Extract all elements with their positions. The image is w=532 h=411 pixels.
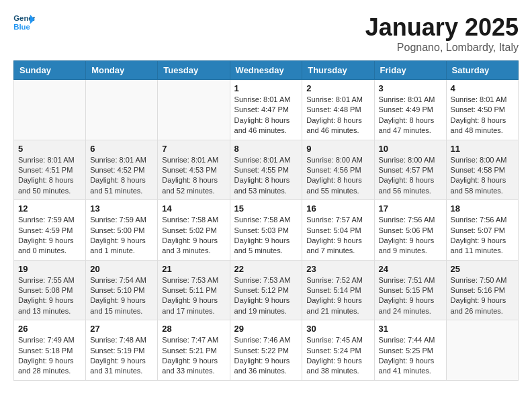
logo: General Blue — [13, 13, 35, 32]
calendar-week-row: 1Sunrise: 8:01 AM Sunset: 4:47 PM Daylig… — [14, 80, 519, 140]
day-info: Sunrise: 8:01 AM Sunset: 4:50 PM Dayligh… — [451, 95, 514, 136]
month-title: January 2025 — [365, 13, 519, 42]
calendar-cell — [86, 80, 158, 140]
day-info: Sunrise: 7:59 AM Sunset: 5:00 PM Dayligh… — [90, 215, 153, 257]
day-info: Sunrise: 7:52 AM Sunset: 5:14 PM Dayligh… — [306, 275, 369, 317]
day-info: Sunrise: 7:47 AM Sunset: 5:21 PM Dayligh… — [162, 335, 225, 377]
calendar-cell: 21Sunrise: 7:53 AM Sunset: 5:11 PM Dayli… — [158, 260, 230, 320]
calendar-cell — [158, 80, 230, 140]
day-number: 22 — [234, 264, 298, 274]
weekday-header-sunday: Sunday — [14, 61, 86, 80]
day-info: Sunrise: 8:01 AM Sunset: 4:49 PM Dayligh… — [379, 95, 442, 136]
day-info: Sunrise: 7:44 AM Sunset: 5:25 PM Dayligh… — [379, 335, 442, 377]
day-info: Sunrise: 8:00 AM Sunset: 4:57 PM Dayligh… — [379, 155, 442, 197]
calendar-cell: 9Sunrise: 8:00 AM Sunset: 4:56 PM Daylig… — [302, 140, 374, 200]
day-number: 27 — [90, 324, 153, 334]
calendar-cell: 13Sunrise: 7:59 AM Sunset: 5:00 PM Dayli… — [86, 200, 158, 261]
day-number: 3 — [379, 83, 442, 93]
day-number: 10 — [379, 144, 442, 154]
calendar-cell: 30Sunrise: 7:45 AM Sunset: 5:24 PM Dayli… — [302, 320, 374, 381]
day-number: 21 — [162, 264, 225, 274]
calendar-cell: 4Sunrise: 8:01 AM Sunset: 4:50 PM Daylig… — [446, 80, 518, 140]
calendar-cell: 2Sunrise: 8:01 AM Sunset: 4:48 PM Daylig… — [302, 80, 374, 140]
calendar-cell — [14, 80, 86, 140]
day-number: 13 — [90, 203, 153, 214]
page-header: General Blue January 2025 Pognano, Lomba… — [13, 13, 519, 54]
day-number: 16 — [306, 203, 369, 214]
day-info: Sunrise: 8:01 AM Sunset: 4:53 PM Dayligh… — [162, 155, 225, 197]
weekday-header-row: SundayMondayTuesdayWednesdayThursdayFrid… — [14, 61, 519, 80]
calendar-cell: 6Sunrise: 8:01 AM Sunset: 4:52 PM Daylig… — [86, 140, 158, 200]
calendar-cell: 3Sunrise: 8:01 AM Sunset: 4:49 PM Daylig… — [374, 80, 446, 140]
day-info: Sunrise: 7:53 AM Sunset: 5:12 PM Dayligh… — [234, 275, 298, 317]
calendar-cell: 28Sunrise: 7:47 AM Sunset: 5:21 PM Dayli… — [158, 320, 230, 381]
day-number: 8 — [234, 144, 298, 154]
day-info: Sunrise: 7:53 AM Sunset: 5:11 PM Dayligh… — [162, 275, 225, 317]
day-number: 19 — [18, 264, 81, 274]
day-number: 14 — [162, 203, 225, 214]
calendar-cell: 19Sunrise: 7:55 AM Sunset: 5:08 PM Dayli… — [14, 260, 86, 320]
calendar-cell: 10Sunrise: 8:00 AM Sunset: 4:57 PM Dayli… — [374, 140, 446, 200]
day-number: 6 — [90, 144, 153, 154]
day-number: 11 — [451, 144, 514, 154]
calendar-cell: 23Sunrise: 7:52 AM Sunset: 5:14 PM Dayli… — [302, 260, 374, 320]
day-info: Sunrise: 7:57 AM Sunset: 5:04 PM Dayligh… — [306, 215, 369, 257]
day-info: Sunrise: 7:46 AM Sunset: 5:22 PM Dayligh… — [234, 335, 298, 377]
day-number: 5 — [18, 144, 81, 154]
calendar-week-row: 12Sunrise: 7:59 AM Sunset: 4:59 PM Dayli… — [14, 200, 519, 261]
day-number: 29 — [234, 324, 298, 334]
day-info: Sunrise: 7:54 AM Sunset: 5:10 PM Dayligh… — [90, 275, 153, 317]
day-number: 30 — [306, 324, 369, 334]
calendar-cell: 7Sunrise: 8:01 AM Sunset: 4:53 PM Daylig… — [158, 140, 230, 200]
calendar-cell: 12Sunrise: 7:59 AM Sunset: 4:59 PM Dayli… — [14, 200, 86, 261]
calendar-cell — [446, 320, 518, 381]
calendar-cell: 29Sunrise: 7:46 AM Sunset: 5:22 PM Dayli… — [230, 320, 302, 381]
calendar-week-row: 5Sunrise: 8:01 AM Sunset: 4:51 PM Daylig… — [14, 140, 519, 200]
calendar-cell: 27Sunrise: 7:48 AM Sunset: 5:19 PM Dayli… — [86, 320, 158, 381]
calendar-week-row: 26Sunrise: 7:49 AM Sunset: 5:18 PM Dayli… — [14, 320, 519, 381]
calendar-cell: 16Sunrise: 7:57 AM Sunset: 5:04 PM Dayli… — [302, 200, 374, 261]
day-number: 1 — [234, 83, 298, 93]
day-info: Sunrise: 7:55 AM Sunset: 5:08 PM Dayligh… — [18, 275, 81, 317]
day-number: 12 — [18, 203, 81, 214]
calendar-cell: 22Sunrise: 7:53 AM Sunset: 5:12 PM Dayli… — [230, 260, 302, 320]
day-info: Sunrise: 7:59 AM Sunset: 4:59 PM Dayligh… — [18, 215, 81, 257]
location-title: Pognano, Lombardy, Italy — [365, 42, 519, 54]
day-number: 7 — [162, 144, 225, 154]
day-number: 2 — [306, 83, 369, 93]
day-info: Sunrise: 7:51 AM Sunset: 5:15 PM Dayligh… — [379, 275, 442, 317]
weekday-header-friday: Friday — [374, 61, 446, 80]
day-info: Sunrise: 7:48 AM Sunset: 5:19 PM Dayligh… — [90, 335, 153, 377]
svg-text:Blue: Blue — [13, 23, 30, 31]
day-number: 28 — [162, 324, 225, 334]
day-info: Sunrise: 7:45 AM Sunset: 5:24 PM Dayligh… — [306, 335, 369, 377]
day-info: Sunrise: 7:58 AM Sunset: 5:03 PM Dayligh… — [234, 215, 298, 257]
day-number: 20 — [90, 264, 153, 274]
logo-icon: General Blue — [13, 13, 35, 32]
calendar-cell: 11Sunrise: 8:00 AM Sunset: 4:58 PM Dayli… — [446, 140, 518, 200]
calendar-cell: 5Sunrise: 8:01 AM Sunset: 4:51 PM Daylig… — [14, 140, 86, 200]
day-number: 18 — [451, 203, 514, 214]
calendar-cell: 26Sunrise: 7:49 AM Sunset: 5:18 PM Dayli… — [14, 320, 86, 381]
day-info: Sunrise: 8:01 AM Sunset: 4:52 PM Dayligh… — [90, 155, 153, 197]
calendar-cell: 24Sunrise: 7:51 AM Sunset: 5:15 PM Dayli… — [374, 260, 446, 320]
calendar-cell: 17Sunrise: 7:56 AM Sunset: 5:06 PM Dayli… — [374, 200, 446, 261]
title-area: January 2025 Pognano, Lombardy, Italy — [365, 13, 519, 54]
calendar-table: SundayMondayTuesdayWednesdayThursdayFrid… — [13, 60, 519, 381]
day-number: 17 — [379, 203, 442, 214]
day-info: Sunrise: 7:49 AM Sunset: 5:18 PM Dayligh… — [18, 335, 81, 377]
day-info: Sunrise: 7:58 AM Sunset: 5:02 PM Dayligh… — [162, 215, 225, 257]
day-info: Sunrise: 7:56 AM Sunset: 5:07 PM Dayligh… — [451, 215, 514, 257]
calendar-cell: 25Sunrise: 7:50 AM Sunset: 5:16 PM Dayli… — [446, 260, 518, 320]
day-info: Sunrise: 8:00 AM Sunset: 4:58 PM Dayligh… — [451, 155, 514, 197]
day-number: 15 — [234, 203, 298, 214]
day-number: 31 — [379, 324, 442, 334]
calendar-cell: 15Sunrise: 7:58 AM Sunset: 5:03 PM Dayli… — [230, 200, 302, 261]
day-info: Sunrise: 8:00 AM Sunset: 4:56 PM Dayligh… — [306, 155, 369, 197]
day-info: Sunrise: 7:56 AM Sunset: 5:06 PM Dayligh… — [379, 215, 442, 257]
calendar-cell: 1Sunrise: 8:01 AM Sunset: 4:47 PM Daylig… — [230, 80, 302, 140]
day-info: Sunrise: 8:01 AM Sunset: 4:51 PM Dayligh… — [18, 155, 81, 197]
day-number: 24 — [379, 264, 442, 274]
day-info: Sunrise: 8:01 AM Sunset: 4:48 PM Dayligh… — [306, 95, 369, 136]
day-number: 9 — [306, 144, 369, 154]
